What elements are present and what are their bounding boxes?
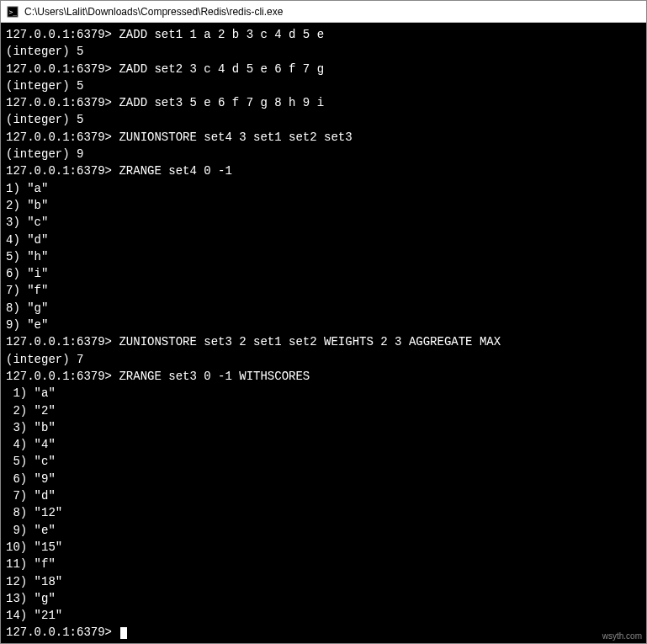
terminal-output-line: 9) "e" [6,522,641,539]
terminal-output-line: 5) "h" [6,248,641,265]
terminal-output-line: 12) "18" [6,573,641,590]
terminal-output-line: 6) "9" [6,471,641,487]
terminal-output-line: 5) "c" [6,453,641,470]
terminal-output-line: 7) "d" [6,487,641,504]
cursor [120,627,127,639]
svg-text:>_: >_ [9,8,18,15]
terminal-output-line: 9) "e" [6,317,641,333]
terminal-output-line: 2) "2" [6,402,641,419]
app-icon: >_ [6,5,19,19]
terminal-command-line: 127.0.0.1:6379> [6,624,641,641]
terminal-command-line: 127.0.0.1:6379> ZRANGE set4 0 -1 [6,162,641,179]
terminal-command-line: 127.0.0.1:6379> ZUNIONSTORE set4 3 set1 … [6,129,641,146]
terminal-output-line: (integer) 7 [6,351,641,368]
terminal-output-line: 4) "d" [6,232,641,248]
terminal-command-line: 127.0.0.1:6379> ZRANGE set3 0 -1 WITHSCO… [6,368,641,385]
terminal-command-line: 127.0.0.1:6379> ZADD set2 3 c 4 d 5 e 6 … [6,61,641,77]
terminal-command-line: 127.0.0.1:6379> ZADD set3 5 e 6 f 7 g 8 … [6,94,641,111]
terminal-output-line: 11) "f" [6,556,641,572]
terminal-window: >_ C:\Users\Lalit\Downloads\Compressed\R… [0,0,647,644]
watermark: wsyth.com [602,631,642,641]
terminal-output-line: 1) "a" [6,180,641,197]
titlebar[interactable]: >_ C:\Users\Lalit\Downloads\Compressed\R… [1,1,646,23]
terminal-body[interactable]: 127.0.0.1:6379> ZADD set1 1 a 2 b 3 c 4 … [1,23,646,643]
terminal-output-line: 3) "b" [6,419,641,436]
terminal-command-line: 127.0.0.1:6379> ZADD set1 1 a 2 b 3 c 4 … [6,26,641,43]
window-title: C:\Users\Lalit\Downloads\Compressed\Redi… [24,6,283,18]
terminal-output-line: 3) "c" [6,214,641,231]
terminal-output-line: (integer) 5 [6,43,641,60]
terminal-command-line: 127.0.0.1:6379> ZUNIONSTORE set3 2 set1 … [6,333,641,350]
terminal-output-line: 14) "21" [6,607,641,624]
terminal-output-line: 10) "15" [6,539,641,556]
terminal-output-line: (integer) 5 [6,77,641,94]
terminal-output-line: 13) "g" [6,590,641,607]
terminal-output-line: 1) "a" [6,385,641,402]
terminal-output-line: 2) "b" [6,197,641,214]
terminal-output-line: (integer) 9 [6,146,641,162]
terminal-output-line: 8) "g" [6,300,641,317]
terminal-output-line: 7) "f" [6,282,641,299]
terminal-output-line: 6) "i" [6,265,641,282]
terminal-output-line: 4) "4" [6,436,641,453]
terminal-output-line: (integer) 5 [6,111,641,128]
terminal-output-line: 8) "12" [6,504,641,521]
